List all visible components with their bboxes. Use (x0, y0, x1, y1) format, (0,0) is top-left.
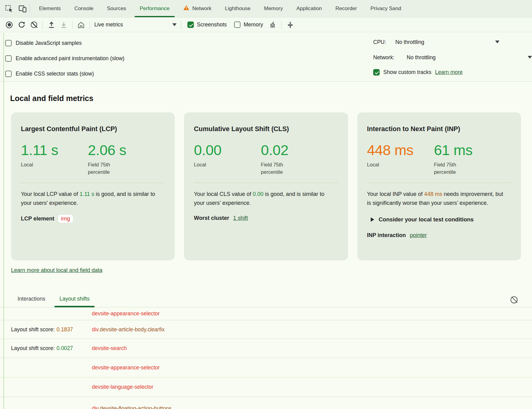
lcp-field-value: 2.06 s (88, 142, 165, 158)
element-node-link[interactable]: div.devsite-article-body.clearfix (92, 326, 165, 333)
inspect-element-icon[interactable] (4, 4, 14, 13)
network-chevron-down-icon[interactable] (528, 56, 532, 59)
clear-log-icon[interactable] (510, 296, 518, 303)
layout-shift-row: devsite-appearance-selector (0, 358, 532, 377)
expand-triangle-icon (371, 217, 374, 222)
cls-field-value: 0.02 (261, 142, 338, 158)
cpu-chevron-down-icon[interactable] (495, 41, 499, 43)
tab-network[interactable]: Network (176, 0, 218, 17)
lcp-local-value: 1.11 s (21, 142, 88, 158)
lcp-card: Largest Contentful Paint (LCP) 1.11 s Lo… (11, 112, 175, 260)
upload-profile-icon[interactable] (46, 20, 56, 30)
shift-score: 0.1837 (57, 326, 73, 333)
element-node-link[interactable]: devsite-search (92, 345, 127, 351)
page-title: Local and field metrics (10, 94, 532, 103)
divider (72, 21, 72, 29)
history-dropdown[interactable]: Live metrics (94, 21, 177, 28)
network-label: Network: (373, 54, 394, 61)
tab-console[interactable]: Console (68, 0, 100, 17)
divider (194, 183, 338, 183)
local-field-learn-more-link[interactable]: Learn more about local and field data (11, 267, 102, 275)
performance-toolbar: Live metrics Screenshots Memory (0, 18, 532, 32)
divider (29, 4, 30, 13)
devtools-tabbar: Elements Console Sources Performance Net… (0, 0, 532, 18)
layout-shifts-log: devsite-appearance-selector Layout shift… (0, 307, 532, 409)
memory-toggle: Memory (234, 21, 263, 28)
layout-shift-row: devsite-language-selector (0, 377, 532, 397)
tab-layout-shifts[interactable]: Layout shifts (59, 296, 89, 307)
devtools-performance-panel: Elements Console Sources Performance Net… (0, 0, 532, 409)
record-icon[interactable] (4, 20, 14, 30)
inp-description: Your local INP value of 448 ms needs imp… (367, 190, 506, 208)
advanced-paint-option: Enable advanced paint instrumentation (s… (5, 55, 124, 62)
cpu-throttling-select[interactable]: No throttling (395, 39, 424, 45)
tab-privacy-sandbox[interactable]: Privacy Sand (364, 0, 408, 17)
layout-shift-row: Layout shift score:0.0027 devsite-search (0, 339, 532, 358)
show-custom-tracks-option: Show custom tracks Learn more (373, 69, 463, 76)
cls-description: Your local CLS value of 0.00 is good, an… (194, 190, 333, 208)
shift-score: 0.0027 (57, 345, 73, 351)
element-node-link[interactable]: devsite-appearance-selector (92, 364, 160, 371)
css-selector-stats-option: Enable CSS selector stats (slow) (5, 71, 94, 77)
panel-tabs: Elements Console Sources Performance Net… (32, 0, 408, 17)
tab-recorder[interactable]: Recorder (329, 0, 364, 17)
element-node-link[interactable]: div.devsite-floating-action-buttons (92, 405, 171, 409)
tab-memory[interactable]: Memory (257, 0, 290, 17)
device-toolbar-icon[interactable] (18, 4, 27, 13)
element-node-link[interactable]: devsite-language-selector (92, 384, 153, 390)
cls-local-value: 0.00 (194, 142, 261, 158)
panel-left-border (3, 33, 4, 409)
chevron-down-icon (172, 23, 177, 26)
divider (367, 183, 511, 183)
divider (281, 21, 282, 29)
layout-shift-row: div.devsite-floating-action-buttons (0, 397, 532, 409)
divider (181, 21, 181, 29)
local-test-conditions-expander[interactable]: Consider your local test conditions (367, 216, 511, 223)
collapse-icon[interactable] (285, 20, 295, 30)
tab-elements[interactable]: Elements (32, 0, 68, 17)
cpu-label: CPU: (373, 39, 386, 45)
layout-shift-row: Layout shift score:0.1837 div.devsite-ar… (0, 320, 532, 339)
inp-card: Interaction to Next Paint (INP) 448 ms L… (357, 112, 521, 260)
screenshots-checkbox[interactable] (187, 21, 194, 28)
tab-interactions[interactable]: Interactions (18, 296, 45, 307)
inp-interaction-link[interactable]: pointer (410, 232, 427, 239)
divider (21, 183, 165, 183)
lcp-description: Your local LCP value of 1.11 s is good, … (21, 190, 160, 208)
tab-application[interactable]: Application (290, 0, 329, 17)
disable-js-samples-checkbox[interactable] (5, 40, 12, 46)
divider (90, 21, 90, 29)
home-icon[interactable] (76, 20, 86, 30)
reload-icon[interactable] (17, 20, 26, 30)
warning-icon (183, 5, 190, 13)
tab-sources[interactable]: Sources (100, 0, 133, 17)
download-profile-icon[interactable] (59, 20, 68, 30)
divider (42, 21, 43, 29)
clear-icon[interactable] (29, 20, 39, 30)
memory-checkbox[interactable] (234, 21, 241, 28)
worst-cluster-link[interactable]: 1 shift (233, 215, 248, 221)
inp-local-value: 448 ms (367, 142, 434, 158)
tab-lighthouse[interactable]: Lighthouse (218, 0, 257, 17)
css-selector-stats-checkbox[interactable] (5, 71, 12, 77)
layout-shift-row: devsite-appearance-selector (0, 307, 532, 320)
cls-card: Cumulative Layout Shift (CLS) 0.00 Local… (184, 112, 348, 260)
element-node-link[interactable]: devsite-appearance-selector (92, 310, 160, 317)
tab-performance[interactable]: Performance (133, 0, 176, 17)
metric-cards: Largest Contentful Paint (LCP) 1.11 s Lo… (11, 112, 521, 260)
advanced-paint-checkbox[interactable] (5, 55, 12, 62)
network-throttling-select[interactable]: No throttling (407, 54, 436, 61)
show-custom-tracks-checkbox[interactable] (373, 69, 380, 76)
inp-field-value: 61 ms (434, 142, 511, 158)
disable-js-samples-option: Disable JavaScript samples (5, 40, 82, 46)
capture-settings-pane: Disable JavaScript samples Enable advanc… (0, 32, 532, 82)
collect-garbage-icon[interactable] (268, 20, 278, 30)
log-tabs: Interactions Layout shifts (0, 291, 532, 307)
screenshots-toggle: Screenshots (187, 21, 227, 28)
lcp-element-node-link[interactable]: img (58, 215, 73, 223)
live-metrics-view: Local and field metrics Largest Contentf… (0, 94, 532, 409)
custom-tracks-learn-more-link[interactable]: Learn more (435, 69, 463, 76)
